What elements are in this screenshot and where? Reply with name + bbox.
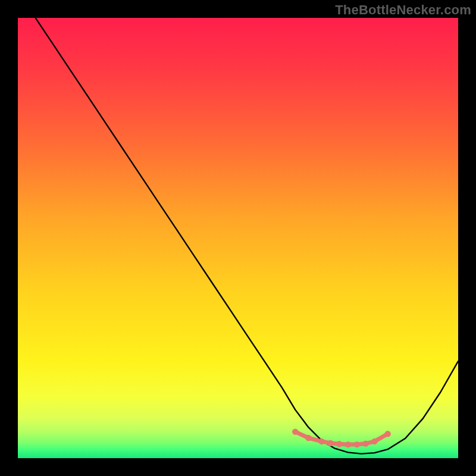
optimal-marker-dot (371, 439, 377, 444)
optimal-marker-dot (345, 441, 351, 447)
optimal-marker-dot (318, 439, 324, 444)
chart-frame: TheBottleNecker.com (0, 0, 476, 476)
optimal-marker-dot (336, 441, 342, 447)
optimal-marker-dot (292, 428, 298, 434)
optimal-marker-dot (362, 440, 368, 446)
gradient-background (18, 18, 458, 458)
optimal-marker-dot (354, 441, 360, 447)
bottleneck-chart (18, 18, 458, 458)
optimal-marker-dot (327, 440, 333, 446)
optimal-marker-dot (305, 435, 311, 441)
watermark-text: TheBottleNecker.com (335, 2, 471, 18)
optimal-marker-dot (384, 431, 390, 437)
